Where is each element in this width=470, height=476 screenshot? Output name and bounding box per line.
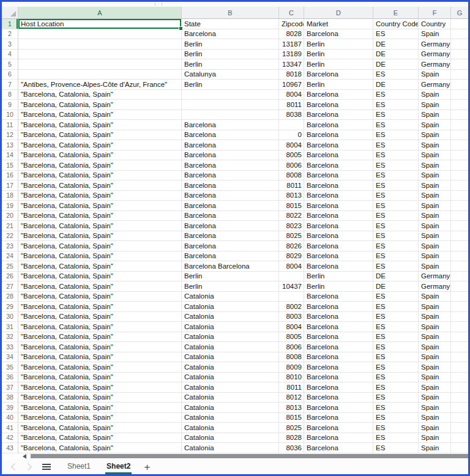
row-header-40[interactable]: 40 bbox=[2, 413, 18, 423]
cell-E11[interactable]: ES bbox=[373, 120, 419, 130]
row-header-20[interactable]: 20 bbox=[2, 211, 18, 221]
cell-C22[interactable]: 8025 bbox=[279, 231, 304, 242]
cell-B40[interactable]: Catalonia bbox=[182, 413, 279, 423]
cell-B9[interactable] bbox=[182, 100, 279, 110]
cell-G19[interactable] bbox=[451, 201, 468, 211]
cell-C20[interactable]: 8022 bbox=[279, 211, 304, 221]
row-header-24[interactable]: 24 bbox=[2, 251, 18, 262]
row-header-36[interactable]: 36 bbox=[2, 373, 18, 383]
cell-B30[interactable]: Catalonia bbox=[182, 312, 279, 322]
cell-D23[interactable]: Barcelona bbox=[304, 241, 373, 251]
cell-D20[interactable]: Barcelona bbox=[304, 211, 373, 221]
cell-F18[interactable]: Spain bbox=[419, 191, 451, 201]
cell-E14[interactable]: ES bbox=[373, 151, 419, 161]
cell-G39[interactable] bbox=[451, 403, 468, 413]
cell-A16[interactable]: "Barcelona, Catalonia, Spain" bbox=[18, 171, 182, 181]
row-header-33[interactable]: 33 bbox=[2, 342, 18, 352]
column-header-D[interactable]: D bbox=[304, 7, 373, 18]
cell-C34[interactable]: 8008 bbox=[279, 352, 304, 363]
cell-B2[interactable]: Barcelona bbox=[182, 29, 279, 40]
cell-B42[interactable]: Catalonia bbox=[182, 433, 279, 444]
cell-D35[interactable]: Barcelona bbox=[304, 362, 373, 373]
cell-A1[interactable]: Host Location bbox=[18, 19, 182, 29]
cell-E34[interactable]: ES bbox=[373, 352, 419, 363]
cell-C9[interactable]: 8011 bbox=[279, 100, 304, 110]
cell-G12[interactable] bbox=[451, 130, 468, 141]
cell-F26[interactable]: Germany bbox=[419, 272, 451, 282]
cell-A15[interactable]: "Barcelona, Catalonia, Spain" bbox=[18, 160, 182, 171]
row-header-25[interactable]: 25 bbox=[2, 261, 18, 272]
cell-E36[interactable]: ES bbox=[373, 373, 419, 383]
cell-G3[interactable] bbox=[451, 39, 468, 50]
cell-B10[interactable] bbox=[182, 110, 279, 121]
cell-A28[interactable]: "Barcelona, Catalonia, Spain" bbox=[18, 292, 182, 302]
row-header-28[interactable]: 28 bbox=[2, 292, 18, 302]
row-header-37[interactable]: 37 bbox=[2, 382, 18, 393]
cell-D28[interactable]: Barcelona bbox=[304, 292, 373, 302]
cell-E3[interactable]: DE bbox=[373, 39, 419, 50]
cell-A40[interactable]: "Barcelona, Catalonia, Spain" bbox=[18, 413, 182, 423]
cell-B33[interactable]: Catalonia bbox=[182, 342, 279, 352]
column-header-E[interactable]: E bbox=[373, 7, 419, 18]
row-header-22[interactable]: 22 bbox=[2, 231, 18, 242]
cell-B19[interactable]: Barcelona bbox=[182, 201, 279, 211]
cell-F19[interactable]: Spain bbox=[419, 201, 451, 211]
cell-B41[interactable]: Catalonia bbox=[182, 423, 279, 433]
cell-E42[interactable]: ES bbox=[373, 433, 419, 444]
row-header-19[interactable]: 19 bbox=[2, 201, 18, 211]
cell-F20[interactable]: Spain bbox=[419, 211, 451, 221]
cell-E5[interactable]: DE bbox=[373, 59, 419, 70]
cell-A4[interactable] bbox=[18, 50, 182, 60]
row-header-27[interactable]: 27 bbox=[2, 281, 18, 292]
cell-C39[interactable]: 8013 bbox=[279, 403, 304, 413]
prev-sheet-icon[interactable] bbox=[11, 463, 18, 470]
cell-A19[interactable]: "Barcelona, Catalonia, Spain" bbox=[18, 201, 182, 211]
cell-F36[interactable]: Spain bbox=[419, 373, 451, 383]
cell-A5[interactable] bbox=[18, 59, 182, 70]
cell-E16[interactable]: ES bbox=[373, 171, 419, 181]
cell-G26[interactable] bbox=[451, 272, 468, 282]
row-header-42[interactable]: 42 bbox=[2, 433, 18, 444]
cell-B4[interactable]: Berlin bbox=[182, 50, 279, 60]
cell-B26[interactable]: Berlin bbox=[182, 272, 279, 282]
cell-A39[interactable]: "Barcelona, Catalonia, Spain" bbox=[18, 403, 182, 413]
cell-G8[interactable] bbox=[451, 90, 468, 100]
row-header-35[interactable]: 35 bbox=[2, 362, 18, 373]
row-header-15[interactable]: 15 bbox=[2, 160, 18, 171]
cell-C14[interactable]: 8005 bbox=[279, 151, 304, 161]
cell-F9[interactable]: Spain bbox=[419, 100, 451, 110]
cell-G17[interactable] bbox=[451, 180, 468, 191]
tab-sheet1[interactable]: Sheet1 bbox=[66, 459, 92, 474]
cell-E38[interactable]: ES bbox=[373, 393, 419, 403]
cell-C6[interactable]: 8018 bbox=[279, 70, 304, 80]
cell-G34[interactable] bbox=[451, 352, 468, 363]
cell-F11[interactable]: Spain bbox=[419, 120, 451, 130]
cell-A37[interactable]: "Barcelona, Catalonia, Spain" bbox=[18, 382, 182, 393]
cell-B32[interactable]: Catalonia bbox=[182, 332, 279, 343]
cell-A42[interactable]: "Barcelona, Catalonia, Spain" bbox=[18, 433, 182, 444]
cell-G37[interactable] bbox=[451, 382, 468, 393]
cell-B35[interactable]: Catalonia bbox=[182, 362, 279, 373]
cell-C3[interactable]: 13187 bbox=[279, 39, 304, 50]
cell-E26[interactable]: DE bbox=[373, 272, 419, 282]
cell-G16[interactable] bbox=[451, 171, 468, 181]
cell-G22[interactable] bbox=[451, 231, 468, 242]
cell-G23[interactable] bbox=[451, 241, 468, 251]
cell-F25[interactable]: Spain bbox=[419, 261, 451, 272]
cell-C5[interactable]: 13347 bbox=[279, 59, 304, 70]
cell-G36[interactable] bbox=[451, 373, 468, 383]
cell-A31[interactable]: "Barcelona, Catalonia, Spain" bbox=[18, 322, 182, 332]
row-header-16[interactable]: 16 bbox=[2, 171, 18, 181]
cell-G33[interactable] bbox=[451, 342, 468, 352]
cell-B29[interactable]: Catalonia bbox=[182, 302, 279, 312]
cell-G41[interactable] bbox=[451, 423, 468, 433]
cell-F13[interactable]: Spain bbox=[419, 140, 451, 151]
cell-G21[interactable] bbox=[451, 221, 468, 231]
cell-B5[interactable]: Berlin bbox=[182, 59, 279, 70]
row-header-11[interactable]: 11 bbox=[2, 120, 18, 130]
cell-G9[interactable] bbox=[451, 100, 468, 110]
cell-A13[interactable]: "Barcelona, Catalonia, Spain" bbox=[18, 140, 182, 151]
cell-B31[interactable]: Catalonia bbox=[182, 322, 279, 332]
row-header-12[interactable]: 12 bbox=[2, 130, 18, 141]
cell-E4[interactable]: DE bbox=[373, 50, 419, 60]
